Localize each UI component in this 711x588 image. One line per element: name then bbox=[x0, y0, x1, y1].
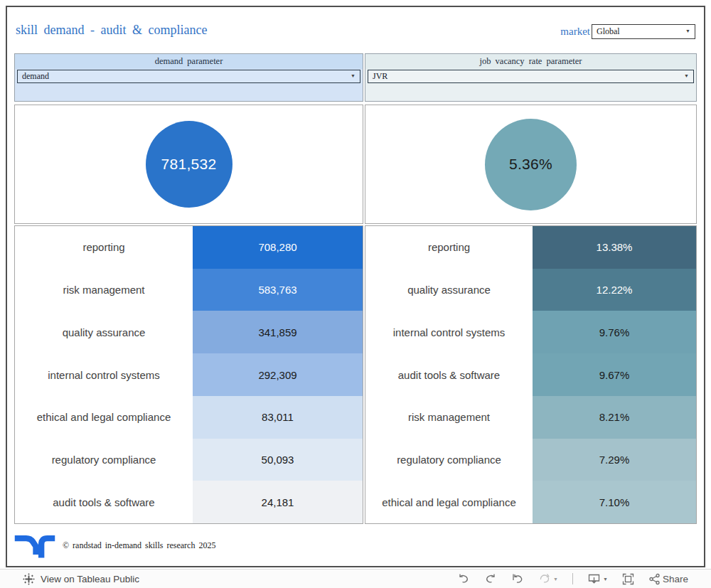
demand-table: reporting 708,280 risk management 583,76… bbox=[14, 225, 363, 524]
share-button[interactable]: Share bbox=[648, 573, 688, 585]
row-label: reporting bbox=[15, 226, 193, 269]
chevron-down-icon: ▼ bbox=[603, 577, 608, 582]
row-value: 341,859 bbox=[193, 311, 363, 353]
chevron-down-icon: ▼ bbox=[351, 74, 356, 79]
row-value: 50,093 bbox=[193, 439, 363, 481]
table-row[interactable]: risk management 583,763 bbox=[15, 269, 363, 311]
row-value: 292,309 bbox=[193, 353, 363, 396]
row-label: reporting bbox=[365, 226, 533, 269]
dashboard-footer: © randstad in-demand skills research 202… bbox=[14, 527, 215, 564]
demand-kpi-value: 781,532 bbox=[161, 156, 216, 173]
demand-parameter-value: demand bbox=[22, 71, 49, 82]
page-title: skill demand - audit & compliance bbox=[16, 23, 207, 38]
randstad-logo-icon bbox=[14, 530, 55, 560]
redo-button[interactable] bbox=[484, 573, 497, 584]
undo-button[interactable] bbox=[457, 573, 470, 584]
jvr-parameter-select[interactable]: JVR ▼ bbox=[368, 70, 694, 83]
table-row[interactable]: internal control systems 9.76% bbox=[365, 311, 696, 353]
undo-icon bbox=[457, 573, 470, 584]
toolbar-divider bbox=[572, 573, 573, 584]
row-value: 708,280 bbox=[193, 226, 363, 269]
jvr-parameter-value: JVR bbox=[373, 71, 387, 82]
row-value: 7.29% bbox=[533, 439, 696, 481]
table-row[interactable]: regulatory compliance 7.29% bbox=[365, 439, 696, 481]
dashboard: skill demand - audit & compliance market… bbox=[6, 6, 705, 567]
redo-icon bbox=[484, 573, 497, 584]
table-row[interactable]: internal control systems 292,309 bbox=[15, 353, 363, 396]
row-label: ethical and legal compliance bbox=[15, 396, 193, 439]
view-on-tableau-public-link[interactable]: View on Tableau Public bbox=[23, 573, 139, 585]
tableau-logo-icon bbox=[23, 573, 35, 585]
table-row[interactable]: ethical and legal compliance 83,011 bbox=[15, 396, 363, 439]
tableau-toolbar: View on Tableau Public bbox=[0, 569, 711, 588]
row-value: 24,181 bbox=[193, 481, 363, 523]
row-label: quality assurance bbox=[15, 311, 193, 353]
row-label: risk management bbox=[15, 269, 193, 311]
table-row[interactable]: regulatory compliance 50,093 bbox=[15, 439, 363, 481]
row-label: internal control systems bbox=[15, 353, 193, 396]
table-row[interactable]: ethical and legal compliance 7.10% bbox=[365, 481, 696, 523]
revert-icon bbox=[511, 573, 524, 584]
row-value: 9.76% bbox=[533, 311, 696, 353]
table-row[interactable]: quality assurance 12.22% bbox=[365, 269, 696, 311]
table-row[interactable]: reporting 13.38% bbox=[365, 226, 696, 269]
demand-kpi-panel: 781,532 bbox=[14, 105, 363, 224]
table-row[interactable]: risk management 8.21% bbox=[365, 396, 696, 439]
jvr-kpi-value: 5.36% bbox=[509, 156, 552, 173]
chevron-down-icon: ▼ bbox=[684, 74, 689, 79]
table-row[interactable]: audit tools & software 24,181 bbox=[15, 481, 363, 523]
market-label: market bbox=[560, 26, 590, 38]
table-row[interactable]: quality assurance 341,859 bbox=[15, 311, 363, 353]
download-icon bbox=[587, 573, 601, 585]
revert-button[interactable] bbox=[511, 573, 524, 584]
toolbar-actions: ▼ ▼ Share bbox=[457, 573, 688, 585]
market-filter: market Global ▼ bbox=[560, 24, 695, 39]
demand-kpi-circle[interactable]: 781,532 bbox=[146, 121, 232, 208]
demand-parameter-panel: demand parameter demand ▼ bbox=[14, 53, 363, 102]
jvr-kpi-panel: 5.36% bbox=[365, 105, 697, 224]
row-label: internal control systems bbox=[365, 311, 533, 353]
row-value: 13.38% bbox=[533, 226, 696, 269]
view-on-tableau-public-label: View on Tableau Public bbox=[41, 574, 139, 584]
table-row[interactable]: reporting 708,280 bbox=[15, 226, 363, 269]
row-value: 7.10% bbox=[533, 481, 696, 523]
row-label: regulatory compliance bbox=[15, 439, 193, 481]
demand-parameter-title: demand parameter bbox=[15, 54, 363, 69]
row-value: 12.22% bbox=[533, 269, 696, 311]
row-value: 583,763 bbox=[193, 269, 363, 311]
row-value: 83,011 bbox=[193, 396, 363, 439]
copyright-text: © randstad in-demand skills research 202… bbox=[63, 540, 215, 551]
row-label: audit tools & software bbox=[365, 353, 533, 396]
jvr-parameter-panel: job vacancy rate parameter JVR ▼ bbox=[365, 53, 697, 102]
table-row[interactable]: audit tools & software 9.67% bbox=[365, 353, 696, 396]
refresh-button[interactable]: ▼ bbox=[538, 573, 558, 584]
row-label: quality assurance bbox=[365, 269, 533, 311]
row-label: audit tools & software bbox=[15, 481, 193, 523]
share-label: Share bbox=[663, 574, 688, 584]
market-select[interactable]: Global ▼ bbox=[592, 24, 695, 39]
chevron-down-icon: ▼ bbox=[685, 29, 690, 34]
refresh-icon bbox=[538, 573, 551, 584]
row-value: 8.21% bbox=[533, 396, 696, 439]
row-label: risk management bbox=[365, 396, 533, 439]
fullscreen-button[interactable] bbox=[622, 573, 634, 585]
row-value: 9.67% bbox=[533, 353, 696, 396]
fullscreen-icon bbox=[622, 573, 634, 585]
download-button[interactable]: ▼ bbox=[587, 573, 608, 585]
jvr-kpi-circle[interactable]: 5.36% bbox=[485, 119, 577, 210]
jvr-parameter-title: job vacancy rate parameter bbox=[365, 54, 696, 69]
jvr-table: reporting 13.38% quality assurance 12.22… bbox=[365, 225, 697, 524]
row-label: regulatory compliance bbox=[365, 439, 533, 481]
share-icon bbox=[648, 573, 661, 585]
chevron-down-icon: ▼ bbox=[553, 577, 558, 582]
market-select-value: Global bbox=[597, 26, 620, 37]
row-label: ethical and legal compliance bbox=[365, 481, 533, 523]
demand-parameter-select[interactable]: demand ▼ bbox=[17, 70, 360, 83]
